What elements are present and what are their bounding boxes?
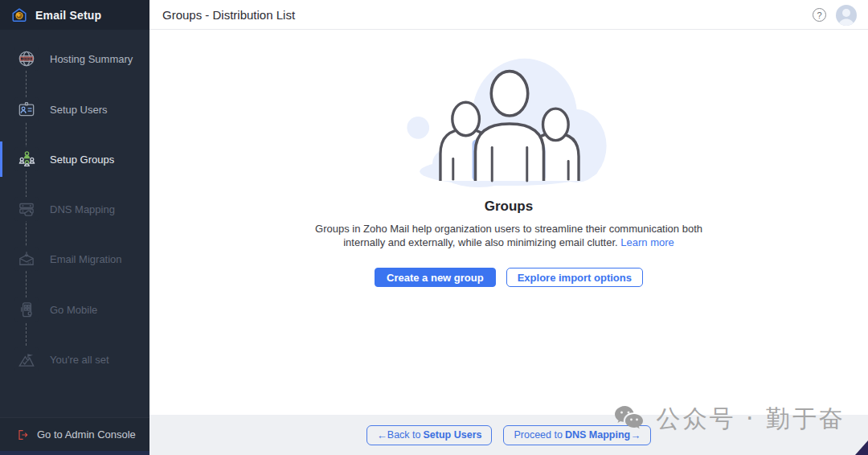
wizard-footer: ← Back to Setup Users Proceed to DNS Map…: [149, 415, 868, 455]
sidebar-item-youre-all-set[interactable]: You're all set: [0, 347, 149, 371]
dns-server-icon: [14, 197, 39, 221]
zoho-mail-logo-icon: [10, 6, 28, 24]
avatar-silhouette-icon: [836, 5, 857, 26]
flag-mountain-icon: [14, 347, 39, 371]
sidebar-bottom-strip: [0, 451, 149, 455]
sidebar-item-setup-users[interactable]: Setup Users: [0, 97, 149, 121]
sidebar-item-label: Email Migration: [50, 253, 122, 265]
groups-heading: Groups: [485, 199, 533, 215]
go-to-admin-console-button[interactable]: Go to Admin Console: [0, 417, 149, 451]
back-to-setup-users-button[interactable]: ← Back to Setup Users: [366, 425, 493, 445]
group-icon: [14, 147, 39, 171]
sidebar-item-email-migration[interactable]: Email Migration: [0, 247, 149, 271]
right-arrow-icon: →: [630, 429, 641, 441]
sidebar-item-label: Hosting Summary: [50, 53, 133, 65]
left-arrow-icon: ←: [377, 429, 387, 441]
sidebar-item-label: You're all set: [50, 354, 109, 366]
explore-import-options-button[interactable]: Explore import options: [506, 268, 643, 287]
sidebar-item-label: Setup Users: [50, 104, 108, 116]
sidebar-item-dns-mapping[interactable]: DNS Mapping: [0, 197, 149, 221]
sidebar-item-hosting-summary[interactable]: WWW Hosting Summary: [0, 47, 149, 71]
sidebar-item-setup-groups[interactable]: Setup Groups: [0, 147, 149, 171]
main-header: Groups - Distribution List ?: [149, 0, 868, 30]
groups-illustration: [402, 46, 616, 189]
sidebar-item-go-mobile[interactable]: Go Mobile: [0, 297, 149, 322]
admin-console-label: Go to Admin Console: [37, 428, 136, 441]
mobile-icon: [14, 297, 39, 322]
groups-content: Groups Groups in Zoho Mail help organiza…: [149, 30, 868, 415]
groups-description: Groups in Zoho Mail help organization us…: [268, 222, 750, 249]
main-panel: Groups - Distribution List ?: [149, 0, 868, 455]
help-icon[interactable]: ?: [813, 8, 826, 22]
corner-decoration: [855, 441, 868, 455]
setup-sidebar: Email Setup WWW Hosting Summary: [0, 0, 149, 455]
avatar[interactable]: [836, 5, 857, 26]
sidebar-item-label: Setup Groups: [50, 154, 114, 166]
svg-text:WWW: WWW: [23, 56, 31, 60]
exit-icon: [16, 428, 29, 441]
learn-more-link[interactable]: Learn more: [620, 236, 674, 248]
id-card-icon: [14, 97, 39, 121]
sidebar-header: Email Setup: [0, 0, 149, 30]
globe-www-icon: WWW: [14, 47, 39, 71]
create-new-group-button[interactable]: Create a new group: [375, 268, 496, 287]
email-migration-icon: [14, 247, 39, 271]
page-title: Groups - Distribution List: [162, 8, 295, 22]
email-setup-app: Email Setup WWW Hosting Summary: [0, 0, 868, 455]
app-title: Email Setup: [35, 9, 101, 22]
proceed-to-dns-mapping-button[interactable]: Proceed to DNS Mapping →: [503, 425, 651, 445]
sidebar-item-label: DNS Mapping: [50, 203, 115, 215]
sidebar-item-label: Go Mobile: [50, 304, 97, 316]
